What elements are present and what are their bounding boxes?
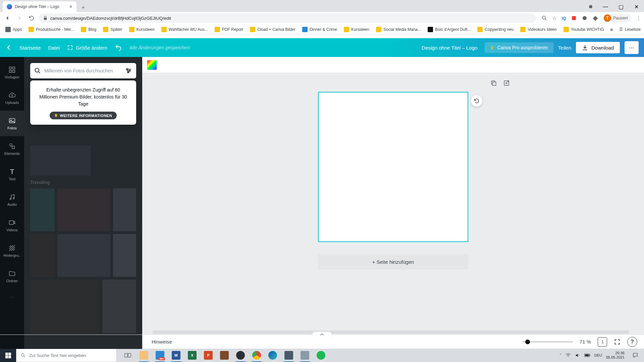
zoom-value[interactable]: 71 % — [580, 339, 591, 345]
nav-templates[interactable]: Vorlagen — [0, 60, 24, 85]
notes-handle[interactable] — [312, 331, 332, 337]
photo-thumb[interactable] — [30, 234, 55, 277]
minimize-icon[interactable]: — — [598, 1, 613, 12]
add-page-icon[interactable] — [503, 80, 510, 86]
nav-background[interactable]: Hintergru.. — [0, 238, 24, 263]
nav-photos[interactable]: Fotos — [0, 111, 24, 136]
profile-chip[interactable]: T Pausiert — [603, 14, 631, 22]
resize-button[interactable]: Größe ändern — [67, 45, 107, 51]
duplicate-page-icon[interactable] — [490, 80, 497, 86]
zoom-icon[interactable] — [541, 15, 547, 21]
language-indicator[interactable]: DEU — [594, 353, 602, 357]
vertical-scrollbar[interactable] — [639, 89, 644, 330]
canvas-viewport[interactable]: + Seite hinzufügen — [142, 73, 644, 335]
nav-uploads[interactable]: Uploads — [0, 85, 24, 111]
star-icon[interactable]: ☆ — [552, 15, 557, 21]
share-button[interactable]: Teilen — [558, 45, 571, 51]
close-icon[interactable]: ✕ — [69, 4, 72, 9]
iq-icon[interactable]: IQ — [561, 16, 566, 21]
zoom-slider[interactable] — [523, 341, 573, 343]
photo-thumb[interactable] — [113, 188, 136, 231]
task-view-icon[interactable] — [121, 349, 135, 362]
document-title[interactable]: Design ohne Titel – Logo — [422, 45, 477, 51]
home-link[interactable]: Startseite — [19, 45, 41, 51]
back-icon[interactable] — [5, 44, 12, 51]
browser-tab[interactable]: Design ohne Titel – Logo ✕ — [3, 1, 76, 12]
clock[interactable]: 20:36 05.05.2021 — [606, 351, 625, 360]
photo-search[interactable] — [30, 63, 136, 78]
extension-icon[interactable] — [582, 15, 588, 21]
hints-label[interactable]: Hinweise — [152, 339, 172, 345]
account-dot-icon[interactable] — [589, 5, 592, 8]
bookmark-item[interactable]: Produktsuche - Mer... — [26, 25, 77, 34]
more-button[interactable]: ⋯ — [625, 41, 639, 54]
nav-elements[interactable]: Elemente — [0, 136, 24, 162]
powerpoint-icon[interactable]: P — [201, 349, 215, 362]
bookmark-item[interactable]: Blog — [78, 25, 99, 34]
tray-overflow-icon[interactable]: ˄ — [559, 353, 561, 358]
volume-icon[interactable] — [575, 353, 580, 358]
bookmark-item[interactable]: Dinner & Crime — [300, 25, 340, 34]
close-window-icon[interactable]: ✕ — [629, 1, 644, 12]
spotify-icon[interactable] — [314, 349, 328, 362]
fullscreen-icon[interactable] — [614, 339, 621, 345]
apps-button[interactable]: Apps — [3, 25, 24, 34]
more-info-button[interactable]: ♛ WEITERE INFORMATIONEN — [50, 112, 117, 119]
kebab-icon[interactable]: ⋮ — [636, 15, 641, 21]
app-icon[interactable] — [298, 349, 312, 362]
search-input[interactable] — [44, 68, 121, 73]
filter-icon[interactable] — [125, 67, 132, 74]
address-bar[interactable]: canva.com/design/DAEdomzscjI/drBfjHdCojI… — [39, 13, 536, 23]
app-icon[interactable] — [217, 349, 231, 362]
extension-icon[interactable] — [571, 15, 577, 21]
notifications-icon[interactable] — [629, 349, 642, 362]
nav-folders[interactable]: Ordner — [0, 263, 24, 289]
new-tab-button[interactable]: ＋ — [78, 3, 88, 12]
page-indicator[interactable]: 1 — [598, 337, 607, 347]
obs-icon[interactable] — [233, 349, 248, 362]
try-pro-button[interactable]: ♛ Canva Pro ausprobieren — [485, 42, 553, 53]
edge-icon[interactable] — [266, 349, 280, 362]
design-page[interactable] — [318, 92, 468, 242]
photo-thumb[interactable] — [113, 234, 136, 277]
help-button[interactable]: ? — [627, 337, 637, 347]
start-button[interactable] — [0, 349, 16, 362]
reading-list-button[interactable]: ☰Leseliste — [616, 26, 643, 33]
bookmark-item[interactable]: Bois d'Argent Duft... — [425, 25, 473, 34]
chrome-icon[interactable] — [250, 349, 264, 362]
maximize-icon[interactable]: ▢ — [613, 1, 629, 12]
undo-icon[interactable] — [115, 44, 122, 51]
bookmark-item[interactable]: Videokurs Ideen — [518, 25, 559, 34]
back-icon[interactable] — [3, 13, 12, 23]
nav-text[interactable]: TText — [0, 162, 24, 187]
overflow-icon[interactable]: » — [608, 26, 615, 33]
bookmark-item[interactable]: Youtube WICHTIG — [561, 25, 607, 34]
photo-thumb[interactable] — [57, 234, 110, 277]
photo-thumb[interactable] — [57, 188, 110, 231]
add-page-button[interactable]: + Seite hinzufügen — [318, 254, 468, 269]
bookmark-item[interactable]: Cload + Canva Bilder — [247, 25, 298, 34]
download-button[interactable]: Download — [576, 42, 620, 53]
nav-audio[interactable]: Audio — [0, 187, 24, 213]
extensions-puzzle-icon[interactable] — [592, 15, 598, 21]
bookmark-item[interactable]: Social Media Mana... — [373, 25, 424, 34]
photo-thumb[interactable] — [30, 280, 100, 333]
file-menu[interactable]: Datei — [48, 45, 60, 51]
battery-icon[interactable] — [584, 353, 590, 357]
app-icon[interactable] — [282, 349, 296, 362]
bookmark-item[interactable]: Kursideen — [126, 25, 157, 34]
bookmark-item[interactable]: Wahlfächer WU Aus... — [159, 25, 211, 34]
bookmark-item[interactable]: Kursideen — [341, 25, 372, 34]
photo-thumb[interactable] — [30, 145, 91, 176]
nav-videos[interactable]: Videos — [0, 213, 24, 238]
excel-icon[interactable]: X — [185, 349, 199, 362]
color-picker[interactable] — [147, 60, 157, 70]
reload-icon[interactable] — [27, 13, 36, 23]
bookmark-item[interactable]: PDF Report — [212, 25, 246, 34]
explorer-icon[interactable] — [137, 349, 151, 362]
bookmark-item[interactable]: Copywriting neu — [475, 25, 516, 34]
edge-icon[interactable]: 99+ — [153, 349, 167, 362]
photo-thumb[interactable] — [102, 280, 136, 333]
regenerate-button[interactable] — [471, 95, 482, 107]
photo-thumb[interactable] — [30, 188, 55, 231]
